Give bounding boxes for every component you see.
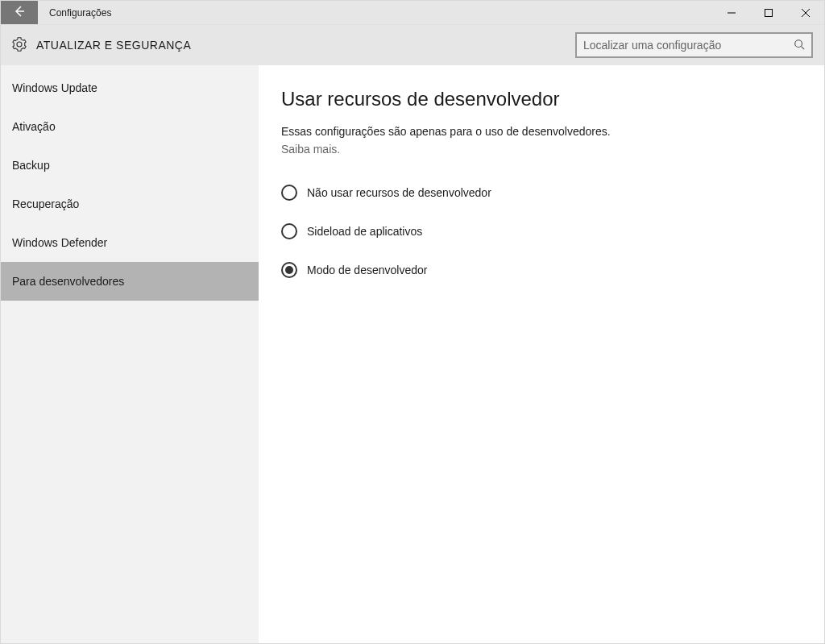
radio-label: Sideload de aplicativos: [307, 225, 422, 238]
search-box[interactable]: [575, 32, 813, 58]
sidebar-item-label: Windows Defender: [12, 236, 107, 249]
sidebar-item-2[interactable]: Backup: [1, 146, 259, 185]
radio-option-1[interactable]: Sideload de aplicativos: [281, 212, 802, 251]
radio-label: Não usar recursos de desenvolvedor: [307, 186, 491, 199]
radio-label: Modo de desenvolvedor: [307, 264, 427, 276]
sidebar-item-label: Ativação: [12, 120, 56, 133]
header-band: ATUALIZAR E SEGURANÇA: [1, 25, 824, 65]
radio-icon: [281, 223, 297, 239]
minimize-button[interactable]: [713, 1, 750, 24]
content: Usar recursos de desenvolvedor Essas con…: [259, 65, 824, 644]
sidebar-item-label: Backup: [12, 159, 50, 172]
close-icon: [802, 6, 810, 19]
window-controls: [713, 1, 824, 24]
svg-rect-2: [765, 9, 773, 16]
learn-more-link[interactable]: Saiba mais.: [281, 143, 340, 156]
sidebar-item-label: Para desenvolvedores: [12, 275, 124, 288]
gear-icon: [12, 37, 27, 54]
back-button[interactable]: [1, 1, 38, 24]
arrow-left-icon: [13, 5, 26, 20]
sidebar-item-3[interactable]: Recuperação: [1, 185, 259, 223]
svg-line-6: [802, 46, 805, 49]
titlebar: Configurações: [1, 1, 824, 25]
sidebar-item-0[interactable]: Windows Update: [1, 69, 259, 107]
sidebar-item-label: Windows Update: [12, 81, 97, 94]
maximize-button[interactable]: [750, 1, 787, 24]
header-left: ATUALIZAR E SEGURANÇA: [12, 37, 191, 54]
radio-icon: [281, 185, 297, 201]
page-heading: Usar recursos de desenvolvedor: [281, 88, 802, 110]
sidebar-item-4[interactable]: Windows Defender: [1, 223, 259, 262]
sidebar-item-1[interactable]: Ativação: [1, 107, 259, 146]
search-input[interactable]: [583, 39, 794, 52]
sidebar: Windows UpdateAtivaçãoBackupRecuperaçãoW…: [1, 65, 259, 644]
window-title: Configurações: [38, 1, 713, 24]
radio-icon: [281, 262, 297, 278]
sidebar-item-5[interactable]: Para desenvolvedores: [1, 262, 259, 301]
radio-option-0[interactable]: Não usar recursos de desenvolvedor: [281, 173, 802, 212]
header-title: ATUALIZAR E SEGURANÇA: [36, 39, 191, 52]
page-description: Essas configurações são apenas para o us…: [281, 125, 802, 138]
maximize-icon: [765, 6, 773, 19]
close-button[interactable]: [787, 1, 824, 24]
radio-option-2[interactable]: Modo de desenvolvedor: [281, 251, 802, 289]
search-icon: [794, 39, 805, 52]
minimize-icon: [728, 6, 736, 19]
sidebar-item-label: Recuperação: [12, 197, 79, 210]
svg-point-5: [795, 39, 802, 47]
body-area: Windows UpdateAtivaçãoBackupRecuperaçãoW…: [1, 65, 824, 644]
